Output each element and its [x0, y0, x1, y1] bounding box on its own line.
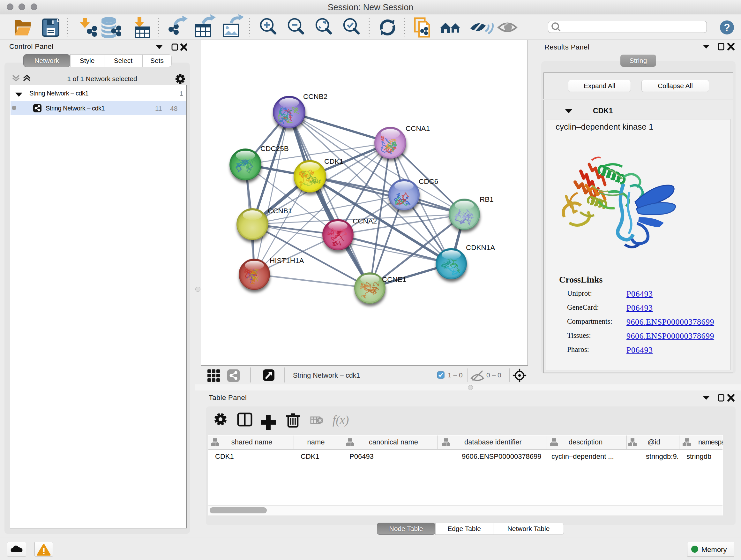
- svg-text:CDC25B: CDC25B: [260, 145, 289, 152]
- svg-text:CCNB2: CCNB2: [303, 92, 327, 101]
- svg-text:1 – 0: 1 – 0: [448, 371, 463, 379]
- svg-text:RB1: RB1: [480, 195, 494, 203]
- svg-text:CCNA2: CCNA2: [353, 217, 377, 225]
- svg-text:CCNB1: CCNB1: [268, 207, 292, 215]
- svg-text:HIST1H1A: HIST1H1A: [270, 257, 304, 265]
- svg-text:CCNE1: CCNE1: [382, 275, 406, 284]
- svg-text:String Network – cdk1: String Network – cdk1: [293, 372, 360, 379]
- svg-text:CDC6: CDC6: [419, 178, 438, 186]
- svg-text:?: ?: [724, 22, 730, 33]
- svg-text:CDK1: CDK1: [324, 158, 343, 165]
- svg-text:CDKN1A: CDKN1A: [466, 244, 495, 252]
- svg-text:0 – 0: 0 – 0: [486, 371, 501, 379]
- svg-text:CCNA1: CCNA1: [406, 125, 430, 132]
